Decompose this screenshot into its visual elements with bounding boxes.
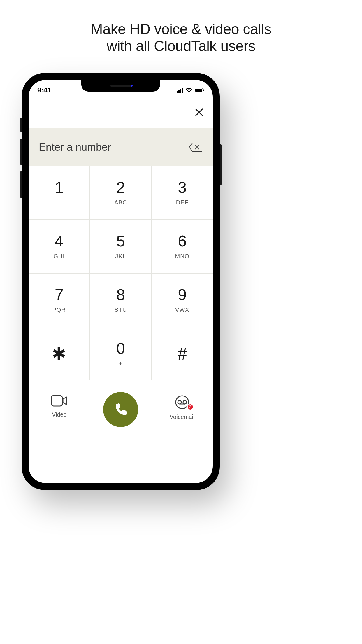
promo-heading: Make HD voice & video calls with all Clo… [0,0,362,55]
promo-line2: with all CloudTalk users [107,38,255,54]
key-letters: MNO [175,253,189,260]
key-letters: + [119,360,123,367]
svg-point-6 [183,400,187,404]
volume-down-button [20,172,22,198]
key-hash[interactable]: # [152,327,213,380]
key-7[interactable]: 7 PQR [29,274,89,327]
key-letters: DEF [176,199,189,206]
dialpad: 1 2 ABC 3 DEF 4 GHI 5 JKL [29,166,213,380]
key-6[interactable]: 6 MNO [152,220,213,273]
number-input-area[interactable]: Enter a number [29,128,213,166]
key-star[interactable]: ✱ [29,327,89,380]
power-button [220,144,222,185]
video-call-button[interactable]: Video [39,395,80,418]
volume-up-button [20,139,22,165]
number-input-placeholder: Enter a number [39,141,111,153]
video-label: Video [52,411,67,418]
svg-rect-2 [203,89,204,91]
key-digit: 8 [116,287,125,302]
notch [81,80,160,92]
key-digit: 6 [178,233,187,249]
key-3[interactable]: 3 DEF [152,166,213,219]
close-button[interactable] [194,107,204,117]
key-letters: PQR [52,307,66,314]
key-5[interactable]: 5 JKL [90,220,151,273]
key-digit: # [178,345,187,362]
phone-frame: 9:41 [22,73,220,490]
key-digit: 0 [116,340,125,356]
key-letters: VWX [175,307,189,314]
key-digit: 3 [178,179,187,195]
key-digit: 9 [178,287,187,302]
modal-header [29,96,213,128]
battery-icon [195,88,204,92]
key-digit: ✱ [52,345,66,362]
wifi-icon [185,88,192,93]
svg-rect-1 [195,89,202,92]
key-letters: STU [114,307,127,314]
key-digit: 5 [116,233,125,249]
key-digit: 2 [116,179,125,195]
voicemail-button[interactable]: 3 Voicemail [162,395,203,420]
key-8[interactable]: 8 STU [90,274,151,327]
key-digit: 4 [55,233,64,249]
key-9[interactable]: 9 VWX [152,274,213,327]
phone-icon [113,402,128,417]
call-actions: Video [29,380,213,439]
key-2[interactable]: 2 ABC [90,166,151,219]
cellular-signal-icon [177,88,183,93]
key-digit: 7 [55,287,64,302]
video-icon [51,395,68,407]
call-button[interactable] [103,392,138,427]
key-0[interactable]: 0 + [90,327,151,380]
key-letters: GHI [53,253,65,260]
voicemail-label: Voicemail [170,414,195,420]
voicemail-badge: 3 [187,404,194,410]
key-1[interactable]: 1 [29,166,89,219]
key-letters: JKL [115,253,126,260]
sensor [131,85,133,87]
key-4[interactable]: 4 GHI [29,220,89,273]
svg-rect-3 [51,396,62,406]
status-indicators [177,88,204,93]
key-digit: 1 [55,179,64,195]
silence-switch [20,118,22,132]
status-time: 9:41 [37,86,51,94]
svg-point-5 [178,400,181,404]
backspace-button[interactable] [189,142,203,152]
key-letters: ABC [114,199,127,206]
speaker [110,85,131,87]
promo-line1: Make HD voice & video calls [91,21,271,37]
